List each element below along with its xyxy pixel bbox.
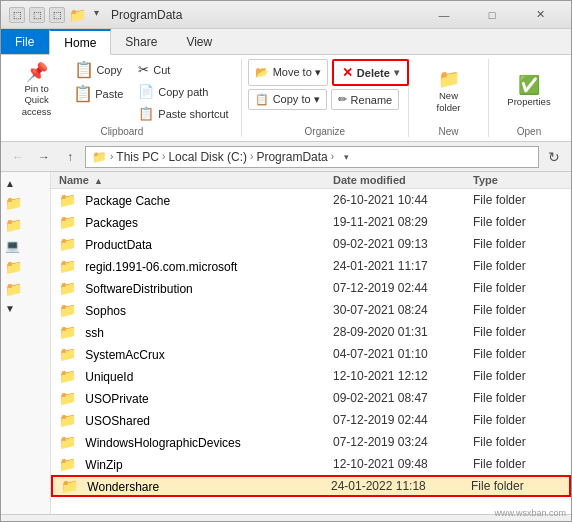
cut-button[interactable]: ✂ Cut bbox=[132, 59, 234, 80]
copy-to-icon: 📋 bbox=[255, 93, 269, 106]
table-row[interactable]: 📁 regid.1991-06.com.microsoft 24-01-2021… bbox=[51, 255, 571, 277]
file-type-cell: File folder bbox=[473, 369, 563, 383]
file-folder-icon: 📁 bbox=[59, 214, 76, 230]
table-row[interactable]: 📁 Packages 19-11-2021 08:29 File folder bbox=[51, 211, 571, 233]
file-folder-icon: 📁 bbox=[59, 324, 76, 340]
path-local-disk[interactable]: Local Disk (C:) bbox=[168, 150, 247, 164]
window-title: ProgramData bbox=[111, 8, 182, 22]
file-type-cell: File folder bbox=[473, 347, 563, 361]
table-row[interactable]: 📁 USOShared 07-12-2019 02:44 File folder bbox=[51, 409, 571, 431]
nav-collapse[interactable]: ▼ bbox=[1, 301, 50, 316]
file-name-cell: 📁 UniqueId bbox=[59, 368, 333, 384]
forward-button[interactable]: → bbox=[33, 146, 55, 168]
nav-folder-3[interactable]: 💻 bbox=[1, 237, 50, 255]
file-name-cell: 📁 WinZip bbox=[59, 456, 333, 472]
dropdown-arrow[interactable]: ▾ bbox=[94, 7, 99, 23]
table-row[interactable]: 📁 Sophos 30-07-2021 08:24 File folder bbox=[51, 299, 571, 321]
refresh-button[interactable]: ↻ bbox=[543, 146, 565, 168]
nav-folder-2[interactable]: 📁 bbox=[1, 215, 50, 235]
file-name-text: SystemAcCrux bbox=[85, 348, 164, 362]
file-folder-icon: 📁 bbox=[59, 192, 76, 208]
title-icon-3[interactable]: ⬚ bbox=[49, 7, 65, 23]
rename-icon: ✏ bbox=[338, 93, 347, 106]
minimize-button[interactable]: — bbox=[421, 1, 467, 29]
back-button[interactable]: ← bbox=[7, 146, 29, 168]
file-name-cell: 📁 SystemAcCrux bbox=[59, 346, 333, 362]
file-type-cell: File folder bbox=[473, 413, 563, 427]
paste-shortcut-button[interactable]: 📋 Paste shortcut bbox=[132, 103, 234, 124]
file-modified-cell: 30-07-2021 08:24 bbox=[333, 303, 473, 317]
cut-column: ✂ Cut 📄 Copy path 📋 Paste shortcut bbox=[132, 59, 234, 124]
table-row[interactable]: 📁 USOPrivate 09-02-2021 08:47 File folde… bbox=[51, 387, 571, 409]
nav-folder-4[interactable]: 📁 bbox=[1, 257, 50, 277]
table-row[interactable]: 📁 ssh 28-09-2020 01:31 File folder bbox=[51, 321, 571, 343]
copy-path-button[interactable]: 📄 Copy path bbox=[132, 81, 234, 102]
properties-label: Properties bbox=[507, 96, 550, 107]
open-group: ✅ Properties Open bbox=[489, 59, 569, 137]
tab-file[interactable]: File bbox=[1, 29, 49, 54]
path-this-pc[interactable]: This PC bbox=[116, 150, 159, 164]
title-icon-1[interactable]: ⬚ bbox=[9, 7, 25, 23]
close-button[interactable]: ✕ bbox=[517, 1, 563, 29]
file-modified-cell: 12-10-2021 12:12 bbox=[333, 369, 473, 383]
rename-button[interactable]: ✏ Rename bbox=[331, 89, 400, 110]
paste-button[interactable]: 📋 Paste bbox=[68, 83, 128, 105]
file-name-cell: 📁 regid.1991-06.com.microsoft bbox=[59, 258, 333, 274]
up-button[interactable]: ↑ bbox=[59, 146, 81, 168]
properties-button[interactable]: ✅ Properties bbox=[500, 72, 557, 111]
maximize-button[interactable]: □ bbox=[469, 1, 515, 29]
table-row[interactable]: 📁 SoftwareDistribution 07-12-2019 02:44 … bbox=[51, 277, 571, 299]
table-row[interactable]: 📁 WindowsHolographicDevices 07-12-2019 0… bbox=[51, 431, 571, 453]
move-to-button[interactable]: 📂 Move to ▾ bbox=[248, 59, 328, 86]
organize-label: Organize bbox=[305, 126, 346, 137]
file-name-cell: 📁 Packages bbox=[59, 214, 333, 230]
table-row[interactable]: 📁 WinZip 12-10-2021 09:48 File folder bbox=[51, 453, 571, 475]
title-icon-2[interactable]: ⬚ bbox=[29, 7, 45, 23]
details-view-button[interactable]: ≡ bbox=[523, 518, 541, 523]
path-programdata[interactable]: ProgramData bbox=[256, 150, 327, 164]
table-row[interactable]: 📁 ProductData 09-02-2021 09:13 File fold… bbox=[51, 233, 571, 255]
nav-folder-5[interactable]: 📁 bbox=[1, 279, 50, 299]
nav-expand[interactable]: ▲ bbox=[1, 176, 50, 191]
nav-folder-1[interactable]: 📁 bbox=[1, 193, 50, 213]
table-row[interactable]: 📁 Wondershare 24-01-2022 11:18 File fold… bbox=[51, 475, 571, 497]
open-label: Open bbox=[517, 126, 541, 137]
col-header-type[interactable]: Type bbox=[473, 174, 563, 186]
file-name-text: Packages bbox=[85, 216, 138, 230]
table-row[interactable]: 📁 SystemAcCrux 04-07-2021 01:10 File fol… bbox=[51, 343, 571, 365]
clipboard-group: 📌 Pin to Quickaccess 📋 Copy 📋 Paste ✂ Cu… bbox=[3, 59, 242, 137]
path-dropdown-button[interactable]: ▾ bbox=[337, 152, 355, 162]
file-name-text: USOShared bbox=[85, 414, 150, 428]
copy-to-button[interactable]: 📋 Copy to ▾ bbox=[248, 89, 327, 110]
main-content: ▲ 📁 📁 💻 📁 📁 ▼ Name ▲ Date modified bbox=[1, 172, 571, 514]
large-icons-button[interactable]: ⊞ bbox=[545, 518, 563, 523]
copy-button[interactable]: 📋 Copy bbox=[68, 59, 128, 81]
col-header-modified[interactable]: Date modified bbox=[333, 174, 473, 186]
new-group: 📁 Newfolder New bbox=[409, 59, 489, 137]
rename-label: Rename bbox=[351, 94, 393, 106]
file-name-text: WinZip bbox=[85, 458, 122, 472]
table-row[interactable]: 📁 Package Cache 26-10-2021 10:44 File fo… bbox=[51, 189, 571, 211]
address-path[interactable]: 📁 › This PC › Local Disk (C:) › ProgramD… bbox=[85, 146, 539, 168]
new-folder-button[interactable]: 📁 Newfolder bbox=[429, 66, 469, 117]
tab-share[interactable]: Share bbox=[111, 29, 172, 54]
pin-icon: 📌 bbox=[26, 63, 48, 81]
new-folder-label: Newfolder bbox=[437, 90, 461, 113]
file-name-text: regid.1991-06.com.microsoft bbox=[85, 260, 237, 274]
file-name-cell: 📁 ssh bbox=[59, 324, 333, 340]
file-modified-cell: 24-01-2022 11:18 bbox=[331, 479, 471, 493]
tab-view[interactable]: View bbox=[172, 29, 227, 54]
table-row[interactable]: 📁 UniqueId 12-10-2021 12:12 File folder bbox=[51, 365, 571, 387]
file-rows-container: 📁 Package Cache 26-10-2021 10:44 File fo… bbox=[51, 189, 571, 497]
left-nav: ▲ 📁 📁 💻 📁 📁 ▼ bbox=[1, 172, 51, 514]
col-header-name[interactable]: Name ▲ bbox=[59, 174, 333, 186]
file-name-cell: 📁 USOPrivate bbox=[59, 390, 333, 406]
file-folder-icon: 📁 bbox=[59, 434, 76, 450]
clipboard-label: Clipboard bbox=[100, 126, 143, 137]
file-modified-cell: 07-12-2019 02:44 bbox=[333, 413, 473, 427]
pin-quick-access-button[interactable]: 📌 Pin to Quickaccess bbox=[9, 59, 64, 121]
delete-button[interactable]: ✕ Delete ▾ bbox=[332, 59, 409, 86]
nav-folder-icon-2: 📁 bbox=[5, 217, 22, 233]
tab-home[interactable]: Home bbox=[49, 29, 111, 55]
file-modified-cell: 07-12-2019 03:24 bbox=[333, 435, 473, 449]
